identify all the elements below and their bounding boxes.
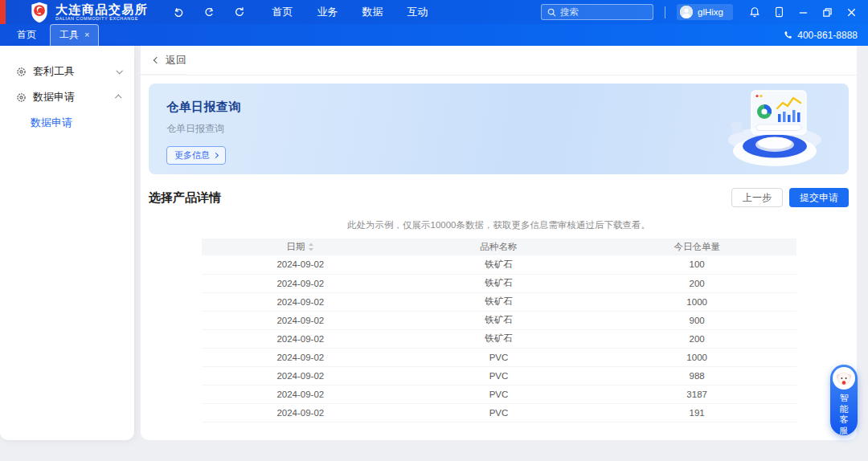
back-history-icon[interactable] xyxy=(173,6,184,18)
tab-home[interactable]: 首页 xyxy=(6,25,47,46)
cell-date: 2024-09-02 xyxy=(202,403,400,422)
col-header-qty: 今日仓单量 xyxy=(598,239,796,255)
col-header-product: 品种名称 xyxy=(399,239,598,255)
back-label: 返回 xyxy=(166,53,186,67)
cell-date: 2024-09-02 xyxy=(202,311,400,329)
col-header-date-label: 日期 xyxy=(286,241,305,253)
section-title: 选择产品详情 xyxy=(149,190,221,206)
history-controls xyxy=(173,6,245,18)
previous-step-button[interactable]: 上一步 xyxy=(731,188,783,207)
gear-icon xyxy=(16,67,27,77)
table-row[interactable]: 2024-09-02铁矿石100 xyxy=(202,255,796,274)
global-search[interactable] xyxy=(541,4,653,20)
cell-qty: 200 xyxy=(598,329,796,348)
nav-item-home[interactable]: 首页 xyxy=(271,3,295,21)
cell-date: 2024-09-02 xyxy=(202,329,400,348)
chevron-left-icon xyxy=(154,56,160,63)
table-row[interactable]: 2024-09-02铁矿石200 xyxy=(202,329,796,348)
close-icon[interactable] xyxy=(846,7,857,18)
notification-bell-icon[interactable] xyxy=(749,6,760,18)
username: glHixg xyxy=(698,7,723,17)
sort-icon[interactable] xyxy=(308,243,314,251)
nav-item-interact[interactable]: 互动 xyxy=(406,3,430,21)
table-row[interactable]: 2024-09-02铁矿石900 xyxy=(202,311,796,329)
restore-window-icon[interactable] xyxy=(822,7,833,18)
sidebar-item-data-application[interactable]: 数据申请 xyxy=(0,110,134,136)
chevron-down-icon xyxy=(116,67,122,74)
submit-application-button[interactable]: 提交申请 xyxy=(789,188,849,207)
cs-widget-label: 智能客服 xyxy=(839,393,849,436)
cell-qty: 191 xyxy=(598,403,796,422)
sidebar-group-label: 数据申请 xyxy=(33,90,75,104)
tab-close-icon[interactable]: × xyxy=(84,31,89,39)
cell-date: 2024-09-02 xyxy=(202,385,400,403)
tab-tools-label: 工具 xyxy=(59,28,79,42)
nav-item-data[interactable]: 数据 xyxy=(361,3,385,21)
banner-illustration xyxy=(714,85,836,174)
chevron-right-icon xyxy=(213,153,219,158)
phone-icon xyxy=(784,31,793,40)
cell-date: 2024-09-02 xyxy=(202,366,400,385)
titlebar-divider xyxy=(665,6,665,18)
sidebar-group-label: 套利工具 xyxy=(33,64,75,79)
table-header-row: 日期 品种名称 今日仓单量 xyxy=(202,239,796,255)
search-input[interactable] xyxy=(560,7,647,17)
content-area: 套利工具 数据申请 数据申请 返回 仓单日报查询 仓单日报查询 xyxy=(0,46,868,461)
mascot-avatar-icon xyxy=(833,367,855,390)
cell-qty: 900 xyxy=(598,311,796,329)
cell-product: PVC xyxy=(399,385,598,403)
brand-name-cn: 大连商品交易所 xyxy=(55,3,149,15)
table-row[interactable]: 2024-09-02PVC1000 xyxy=(202,348,796,366)
divider xyxy=(141,75,857,75)
table-row[interactable]: 2024-09-02PVC191 xyxy=(202,403,796,422)
user-avatar xyxy=(680,6,693,18)
brand-name-en: DALIAN COMMODITY EXCHANGE xyxy=(55,17,149,22)
more-info-label: 更多信息 xyxy=(174,149,210,161)
sidebar-group-arbitrage-tools[interactable]: 套利工具 xyxy=(0,59,134,84)
tab-bar: 首页 工具 × 400-861-8888 xyxy=(0,24,868,46)
section-buttons: 上一步 提交申请 xyxy=(731,188,849,207)
cell-product: 铁矿石 xyxy=(399,311,598,329)
table-row[interactable]: 2024-09-02PVC3187 xyxy=(202,385,796,403)
forward-history-icon[interactable] xyxy=(203,6,215,18)
cell-date: 2024-09-02 xyxy=(202,274,400,292)
smart-customer-service-button[interactable]: 智能客服 xyxy=(830,365,858,435)
cell-qty: 1000 xyxy=(598,348,796,366)
user-account-chip[interactable]: glHixg xyxy=(677,4,733,20)
cell-qty: 200 xyxy=(598,274,796,292)
cell-product: PVC xyxy=(399,366,598,385)
table-row[interactable]: 2024-09-02PVC988 xyxy=(202,366,796,385)
cell-product: 铁矿石 xyxy=(399,329,598,348)
section-header: 选择产品详情 上一步 提交申请 xyxy=(149,188,849,207)
cell-qty: 3187 xyxy=(598,385,796,403)
more-info-button[interactable]: 更多信息 xyxy=(166,146,226,165)
service-hotline: 400-861-8888 xyxy=(784,30,868,41)
cell-product: 铁矿石 xyxy=(399,255,598,274)
tab-tools[interactable]: 工具 × xyxy=(50,24,99,46)
search-icon xyxy=(547,8,556,17)
back-button[interactable]: 返回 xyxy=(141,46,186,75)
title-bar: 大连商品交易所 DALIAN COMMODITY EXCHANGE 首页 业务 … xyxy=(0,0,868,24)
dce-logo-icon xyxy=(30,2,49,23)
brand-text: 大连商品交易所 DALIAN COMMODITY EXCHANGE xyxy=(55,3,149,22)
minimize-icon[interactable] xyxy=(798,7,809,18)
table-row[interactable]: 2024-09-02铁矿石200 xyxy=(202,274,796,292)
sample-data-note: 此处为示例，仅展示10000条数据，获取更多信息需审核通过后下载查看。 xyxy=(141,219,857,231)
mobile-device-icon[interactable] xyxy=(774,6,784,18)
table-row[interactable]: 2024-09-02铁矿石1000 xyxy=(202,292,796,311)
hotline-number: 400-861-8888 xyxy=(797,30,858,41)
warehouse-receipt-table: 日期 品种名称 今日仓单量 2024-09-02铁矿石100 xyxy=(202,239,796,422)
cell-product: 铁矿石 xyxy=(399,274,598,292)
nav-item-business[interactable]: 业务 xyxy=(316,3,340,21)
gear-icon xyxy=(16,92,27,103)
sidebar-group-data-application[interactable]: 数据申请 xyxy=(0,84,134,110)
cell-qty: 1000 xyxy=(598,292,796,311)
col-header-date[interactable]: 日期 xyxy=(202,239,400,255)
cell-product: PVC xyxy=(399,348,598,366)
sidebar: 套利工具 数据申请 数据申请 xyxy=(0,46,134,440)
main-panel: 返回 仓单日报查询 仓单日报查询 更多信息 xyxy=(141,46,857,440)
main-nav: 首页 业务 数据 互动 xyxy=(271,3,430,21)
cell-product: PVC xyxy=(399,403,598,422)
cell-qty: 100 xyxy=(598,255,796,274)
refresh-icon[interactable] xyxy=(234,6,245,18)
